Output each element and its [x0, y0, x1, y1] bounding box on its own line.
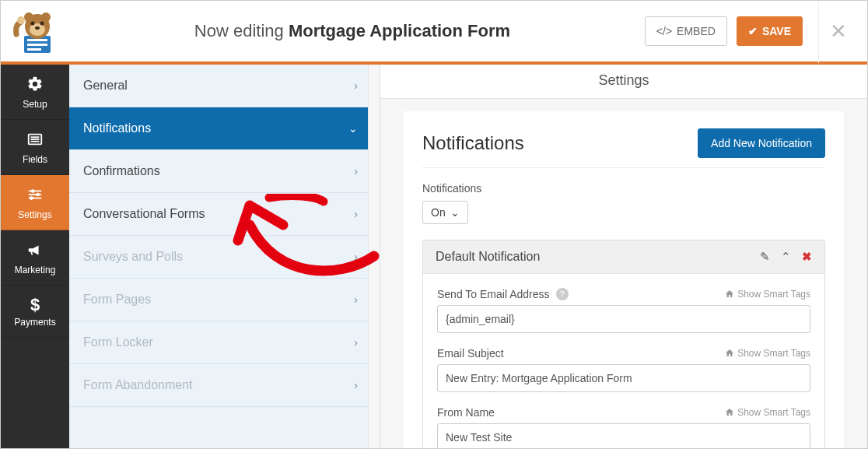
submenu-item-form-pages[interactable]: Form Pages › — [69, 279, 380, 321]
edit-icon[interactable]: ✎ — [760, 250, 770, 264]
chevron-right-icon: › — [354, 79, 358, 92]
submenu-item-form-abandonment[interactable]: Form Abandonment › — [69, 364, 380, 407]
svg-rect-2 — [27, 44, 47, 46]
smart-tags-link[interactable]: Show Smart Tags — [725, 289, 810, 300]
chevron-right-icon: › — [354, 165, 358, 177]
svg-point-19 — [36, 193, 40, 197]
rail-item-payments[interactable]: $ Payments — [1, 286, 69, 338]
gear-icon — [26, 75, 44, 96]
left-rail: Setup Fields Settings Marketing — [1, 65, 69, 448]
now-editing-prefix: Now editing — [194, 21, 284, 40]
subject-label: Email Subject — [437, 347, 504, 360]
chevron-down-icon: ⌄ — [450, 206, 460, 219]
from-name-label: From Name — [437, 406, 495, 419]
main-header: Settings — [380, 65, 867, 98]
svg-point-17 — [31, 189, 35, 193]
svg-point-8 — [31, 22, 35, 26]
embed-button[interactable]: </> EMBED — [645, 16, 727, 46]
close-button[interactable]: ✕ — [818, 0, 852, 63]
delete-icon[interactable]: ✖ — [802, 250, 812, 264]
chevron-down-icon: ⌄ — [348, 122, 358, 135]
rail-label: Settings — [18, 209, 51, 220]
send-to-label: Send To Email Address — [437, 288, 550, 300]
chevron-right-icon: › — [354, 293, 358, 306]
notifications-state-select[interactable]: On ⌄ — [422, 201, 468, 224]
collapse-icon[interactable]: ⌃ — [781, 250, 791, 264]
rail-item-fields[interactable]: Fields — [1, 120, 69, 175]
rail-item-marketing[interactable]: Marketing — [1, 230, 69, 286]
svg-rect-1 — [27, 39, 47, 41]
chevron-right-icon: › — [354, 208, 358, 220]
rail-label: Setup — [23, 99, 47, 110]
notification-item: Default Notification ✎ ⌃ ✖ — [422, 240, 825, 448]
chevron-right-icon: › — [354, 379, 358, 391]
rail-label: Fields — [23, 154, 47, 165]
sliders-icon — [26, 186, 44, 206]
rail-label: Payments — [14, 317, 55, 328]
dollar-icon: $ — [30, 296, 40, 314]
check-icon: ✔ — [748, 25, 758, 37]
smart-tags-link[interactable]: Show Smart Tags — [725, 348, 810, 359]
svg-point-9 — [40, 22, 44, 26]
list-icon — [26, 131, 44, 151]
submenu-item-form-locker[interactable]: Form Locker › — [69, 321, 380, 364]
top-bar: Now editing Mortgage Application Form </… — [1, 1, 867, 65]
chevron-right-icon: › — [354, 336, 358, 349]
rail-item-setup[interactable]: Setup — [1, 65, 69, 120]
send-to-input[interactable] — [437, 305, 810, 333]
svg-point-5 — [24, 12, 33, 22]
submenu-item-confirmations[interactable]: Confirmations › — [69, 150, 380, 193]
smart-tags-link[interactable]: Show Smart Tags — [725, 407, 810, 418]
notifications-state-label: Notifications — [422, 182, 825, 195]
rail-item-settings[interactable]: Settings — [1, 175, 69, 230]
svg-point-10 — [35, 26, 40, 30]
help-icon[interactable]: ? — [556, 288, 569, 300]
close-icon: ✕ — [830, 19, 847, 44]
svg-point-21 — [30, 196, 33, 200]
from-name-input[interactable] — [437, 423, 810, 448]
submenu-item-notifications[interactable]: Notifications ⌄ — [69, 107, 380, 150]
bullhorn-icon — [26, 241, 44, 261]
save-button[interactable]: ✔ SAVE — [737, 16, 803, 46]
form-name: Mortgage Application Form — [289, 21, 510, 40]
add-notification-button[interactable]: Add New Notification — [698, 128, 825, 158]
submenu-item-general[interactable]: General › — [69, 65, 380, 107]
page-title: Now editing Mortgage Application Form — [60, 21, 645, 41]
notification-title: Default Notification — [436, 250, 540, 264]
settings-submenu: General › Notifications ⌄ Confirmations … — [69, 65, 380, 448]
rail-label: Marketing — [15, 265, 56, 275]
svg-rect-3 — [27, 48, 41, 51]
svg-point-6 — [41, 12, 51, 22]
submenu-item-conversational-forms[interactable]: Conversational Forms › — [69, 193, 380, 236]
main-panel: Settings Notifications Add New Notificat… — [380, 65, 867, 448]
app-logo — [16, 9, 60, 53]
code-icon: </> — [656, 25, 672, 37]
chevron-right-icon: › — [354, 251, 358, 263]
subject-input[interactable] — [437, 364, 810, 392]
panel-title: Notifications — [422, 132, 524, 154]
svg-point-11 — [17, 16, 25, 24]
submenu-item-surveys-polls[interactable]: Surveys and Polls › — [69, 236, 380, 279]
